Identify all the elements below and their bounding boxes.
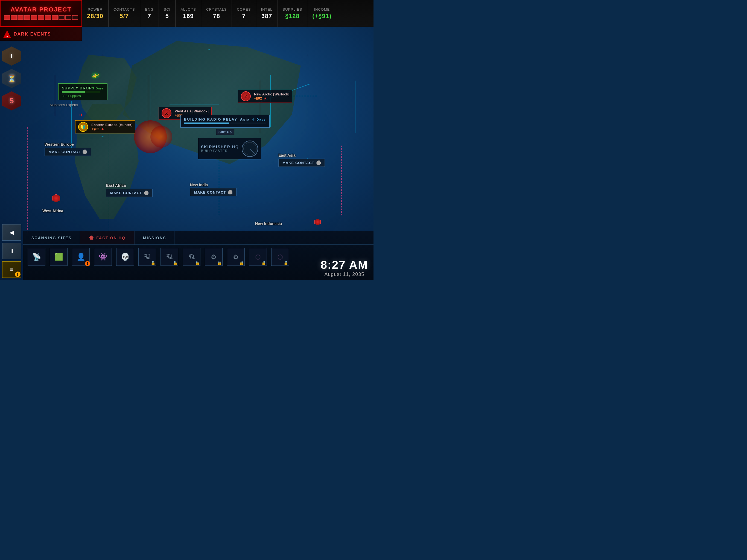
hunter-unit-icon: 🔰 <box>78 122 88 132</box>
red-unit-sea <box>314 219 321 225</box>
bottom-icon-mission-3[interactable]: 🏗 <box>183 248 200 266</box>
timer-hex-button[interactable]: ⏳ <box>2 69 21 88</box>
supply-drop-title: SUPPLY DROP <box>62 86 92 90</box>
east-africa-make-contact-button[interactable]: MAKE CONTACT <box>106 189 153 197</box>
faction-hq-tab[interactable]: ⬟ FACTION HQ <box>80 231 135 245</box>
scanning-sites-tab[interactable]: SCANNING SITES <box>23 231 80 245</box>
bottom-icon-mission-5[interactable]: ⚙ <box>227 248 245 266</box>
east-asia-make-contact-button[interactable]: MAKE CONTACT <box>278 159 325 167</box>
menu-button[interactable]: ≡ ! <box>2 261 21 278</box>
skirmisher-hq-overlay[interactable]: SKIRMISHER HQ BUILD FASTER <box>198 138 261 159</box>
bottom-icon-mission-6[interactable]: ⬡ <box>249 248 267 266</box>
bottom-left-controls: ◀ ⏸ ≡ ! <box>0 224 23 280</box>
person-icon: 👤 <box>77 253 85 261</box>
skirmisher-title: SKIRMISHER HQ <box>201 145 239 149</box>
stats-bar: POWER 28/30 CONTACTS 5/7 ENG 7 SCI 5 ALL… <box>82 0 374 27</box>
menu-icon: ≡ <box>10 266 14 273</box>
supply-drop-progress <box>62 91 100 93</box>
suit-up-label: Suit Up <box>216 129 234 135</box>
mission-3-icon: 🏗 <box>188 253 195 261</box>
western-europe-make-contact-button[interactable]: MAKE CONTACT <box>45 148 91 156</box>
avatar-project-title: AVATAR PROJECT <box>10 6 71 13</box>
pip-1 <box>4 15 10 20</box>
make-contact-label-we: MAKE CONTACT <box>49 150 80 154</box>
skirmisher-radar-icon <box>242 141 258 157</box>
faction-hq-icon: ⬟ <box>89 235 94 241</box>
warlock-unit-icon-west-asia: ⚔ <box>162 108 172 118</box>
datetime-display: 8:27 AM August 11, 2035 <box>321 258 368 277</box>
skirmisher-sub: BUILD FASTER <box>201 149 239 153</box>
bottom-icon-mission-4[interactable]: ⚙ <box>205 248 223 266</box>
top-bar: AVATAR PROJECT POWER 28/30 CONTACTS 5/7 … <box>0 0 374 27</box>
avatar-project-panel: AVATAR PROJECT <box>0 0 82 27</box>
alert-hex-button[interactable]: ! <box>2 47 21 66</box>
scroll-left-button[interactable]: ◀ <box>2 224 21 240</box>
supply-drop-days: 3 Days <box>92 86 104 90</box>
missions-tab[interactable]: MISSIONS <box>135 231 175 245</box>
building-relay-title: BUILDING RADIO RELAY <box>184 117 237 121</box>
building-radio-relay-overlay[interactable]: BUILDING RADIO RELAY Asia 4 Days <box>180 115 269 128</box>
eastern-europe-hunter-label[interactable]: 🔰 Eastern Europe [Hunter] +§82 🔺 <box>75 120 135 133</box>
pause-icon: ⏸ <box>9 248 15 254</box>
supply-drop-overlay[interactable]: SUPPLY DROP 3 Days 332 Supplies <box>58 83 107 100</box>
stat-intel[interactable]: INTEL 387 <box>256 0 278 27</box>
stat-cores[interactable]: CORES 7 <box>232 0 256 27</box>
bottom-icon-person[interactable]: 👤 ! <box>72 248 90 266</box>
bottom-icon-mission-7[interactable]: ⬡ <box>271 248 289 266</box>
stat-alloys[interactable]: ALLOYS 169 <box>176 0 201 27</box>
bottom-icon-alien[interactable]: 👾 <box>94 248 112 266</box>
building-relay-progress <box>184 123 266 124</box>
stat-crystals[interactable]: CRYSTALS 78 <box>201 0 232 27</box>
stat-contacts[interactable]: CONTACTS 5/7 <box>108 0 140 27</box>
mission-6-icon: ⬡ <box>255 253 261 261</box>
date-label: August 11, 2035 <box>321 272 368 277</box>
bottom-icon-mission-2[interactable]: 🏗 <box>160 248 178 266</box>
pip-4 <box>24 15 30 20</box>
bottom-tabs-row: SCANNING SITES ⬟ FACTION HQ MISSIONS <box>23 231 374 245</box>
pip-8 <box>52 15 58 20</box>
new-india-make-contact-button[interactable]: MAKE CONTACT <box>190 188 236 196</box>
dark-events-label: DARK EVENTS <box>14 32 51 36</box>
dark-events-bar[interactable]: DARK EVENTS <box>0 27 82 41</box>
stat-power[interactable]: POWER 28/30 <box>82 0 108 27</box>
mission-1-icon: 🏗 <box>144 253 151 261</box>
arctic-income: +§92 🔺 <box>254 96 289 100</box>
warlock-unit-icon-arctic: ⚔ <box>241 91 251 101</box>
left-sidebar: ! ⏳ 5 <box>0 44 23 110</box>
fist-icon-ea <box>144 190 149 195</box>
dark-events-icon <box>3 30 11 38</box>
skull-icon: 💀 <box>121 253 130 261</box>
stat-supplies[interactable]: SUPPLIES §128 <box>278 0 308 27</box>
west-asia-warlock-name: West Asia [Warlock] <box>175 109 209 113</box>
mission-count-label: 5 <box>9 97 14 105</box>
new-india-region: New India MAKE CONTACT <box>190 183 236 196</box>
mission-count-button[interactable]: 5 <box>2 91 21 110</box>
fist-icon-we <box>83 150 87 154</box>
fist-icon-easia <box>316 160 321 165</box>
stat-sci[interactable]: SCI 5 <box>159 0 176 27</box>
western-europe-region: Western Europe MAKE CONTACT <box>45 142 91 156</box>
menu-alert-dot: ! <box>15 272 21 277</box>
arctic-warlock-name: New Arctic [Warlock] <box>254 92 289 96</box>
person-alert: ! <box>85 261 90 266</box>
pip-5 <box>31 15 37 20</box>
antenna-icon: 📡 <box>32 253 41 261</box>
bottom-icon-green-box[interactable]: 🟩 <box>50 248 68 266</box>
avatar-progress-bar <box>4 15 78 20</box>
new-arctic-warlock-label[interactable]: ⚔ New Arctic [Warlock] +§92 🔺 <box>238 90 292 103</box>
bottom-icon-skull[interactable]: 💀 <box>116 248 134 266</box>
pause-button[interactable]: ⏸ <box>2 243 21 259</box>
mission-2-icon: 🏗 <box>166 253 173 261</box>
green-unit-europe: 🚁 <box>92 71 99 78</box>
make-contact-label-ni: MAKE CONTACT <box>194 190 226 195</box>
stat-eng[interactable]: ENG 7 <box>140 0 159 27</box>
stat-income[interactable]: INCOME (+§91) <box>307 0 336 27</box>
red-unit-west-africa <box>52 194 60 202</box>
make-contact-label-easia: MAKE CONTACT <box>282 161 314 165</box>
bottom-icon-mission-1[interactable]: 🏗 <box>138 248 156 266</box>
mission-4-icon: ⚙ <box>211 253 217 261</box>
alert-icon: ! <box>11 52 12 59</box>
make-contact-label-ea: MAKE CONTACT <box>110 191 142 195</box>
east-africa-region: East Africa MAKE CONTACT <box>106 183 153 197</box>
bottom-icon-antenna[interactable]: 📡 <box>28 248 45 266</box>
